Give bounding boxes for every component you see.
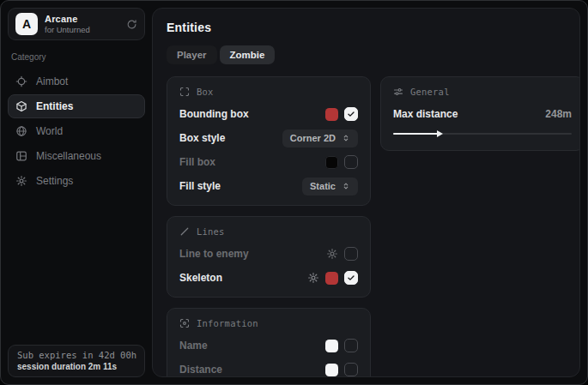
refresh-icon[interactable] [126,19,137,30]
lines-card: Lines Line to enemy [167,216,371,298]
setting-label: Skeleton [179,272,222,284]
sidebar: A Arcane for Unturned Category Aimbot [1,1,152,384]
card-title: Box [197,87,214,97]
information-card-header: Information [179,317,358,329]
category-label: Category [11,52,142,62]
right-column: General Max distance 248m [380,76,580,151]
globe-icon [15,125,27,137]
bounding-box-color-swatch[interactable] [325,108,338,121]
line-to-enemy-checkbox[interactable] [344,247,358,261]
tabs: Player Zombie [167,45,566,64]
setting-label: Line to enemy [179,248,249,260]
max-distance-value: 248m [545,108,572,120]
setting-row-fill-box: Fill box [179,154,358,170]
app-name: Arcane [45,14,119,24]
diagonal-line-icon [179,226,190,237]
box-card: Box Bounding box Box style [167,76,371,206]
session-duration-text: session duration 2m 11s [17,362,136,371]
sliders-icon [393,87,403,97]
check-icon [347,110,355,118]
setting-row-box-style: Box style Corner 2D [179,130,358,146]
sidebar-item-label: World [36,125,63,137]
scan-corners-icon [179,87,190,97]
box-card-header: Box [179,86,358,98]
sidebar-item-label: Entities [36,100,73,112]
gear-icon [15,175,27,187]
gear-icon[interactable] [307,272,319,284]
gear-icon[interactable] [326,248,338,260]
distance-color-swatch[interactable] [325,364,338,376]
tab-zombie[interactable]: Zombie [220,45,276,64]
left-column: Box Bounding box Box style [167,76,371,377]
setting-label: Box style [179,132,225,144]
page-title: Entities [167,21,566,34]
sidebar-item-label: Miscellaneous [36,150,101,162]
name-checkbox[interactable] [344,339,358,352]
sidebar-item-label: Settings [36,175,73,187]
skeleton-checkbox[interactable] [344,271,358,285]
check-icon [347,274,355,282]
sidebar-item-entities[interactable]: Entities [8,94,145,118]
name-color-swatch[interactable] [325,340,338,352]
app-logo: A [15,13,38,35]
fill-style-select[interactable]: Static [302,177,358,196]
setting-label: Distance [179,364,222,376]
sub-expiry-text: Sub expires in 42d 00h [17,350,136,360]
chevron-updown-icon [342,182,350,190]
fill-box-color-swatch[interactable] [325,156,338,169]
general-card: General Max distance 248m [380,76,580,151]
app-title-block: Arcane for Unturned [45,14,119,35]
setting-label: Max distance [393,108,458,120]
setting-row-name: Name [179,338,358,353]
chevron-updown-icon [342,134,350,142]
card-title: Information [197,318,258,328]
slider-fill-and-handle[interactable] [393,133,438,135]
app-window: A Arcane for Unturned Category Aimbot [0,0,588,385]
setting-row-max-distance: Max distance 248m [393,106,572,122]
sidebar-item-settings[interactable]: Settings [8,169,145,193]
information-card: Information Name Distance [167,308,371,377]
select-value: Corner 2D [290,133,336,143]
fill-box-checkbox[interactable] [344,155,358,169]
setting-label: Bounding box [179,108,249,120]
setting-row-distance: Distance [179,362,358,377]
distance-checkbox[interactable] [344,363,358,376]
sidebar-item-label: Aimbot [36,75,68,87]
box-style-select[interactable]: Corner 2D [282,129,358,147]
select-value: Static [310,181,336,191]
setting-row-skeleton: Skeleton [179,270,358,286]
main-panel: Entities Player Zombie Box Bounding box [152,8,580,377]
max-distance-slider[interactable] [393,129,572,139]
card-title: General [410,87,450,97]
sidebar-item-miscellaneous[interactable]: Miscellaneous [8,144,145,168]
settings-content: Box Bounding box Box style [167,76,566,377]
sidebar-item-world[interactable]: World [8,119,145,143]
general-card-header: General [393,86,572,98]
setting-row-line-to-enemy: Line to enemy [179,246,358,262]
skeleton-color-swatch[interactable] [325,272,338,285]
card-title: Lines [197,226,225,237]
bounding-box-checkbox[interactable] [344,107,358,121]
setting-label: Name [179,340,208,352]
info-scan-icon [179,318,190,328]
app-subtitle: for Unturned [45,26,119,34]
lines-card-header: Lines [179,226,358,238]
app-logo-card: A Arcane for Unturned [8,8,145,40]
sidebar-nav: Aimbot Entities World Miscellaneous [8,69,145,193]
crosshair-icon [15,75,27,87]
setting-label: Fill box [179,156,215,168]
layout-icon [15,150,27,162]
setting-label: Fill style [179,180,221,192]
setting-row-fill-style: Fill style Static [179,178,358,194]
cube-icon [15,100,27,112]
sidebar-item-aimbot[interactable]: Aimbot [8,69,145,93]
setting-row-bounding-box: Bounding box [179,106,358,122]
subscription-card: Sub expires in 42d 00h session duration … [8,345,145,377]
tab-player[interactable]: Player [167,45,217,64]
